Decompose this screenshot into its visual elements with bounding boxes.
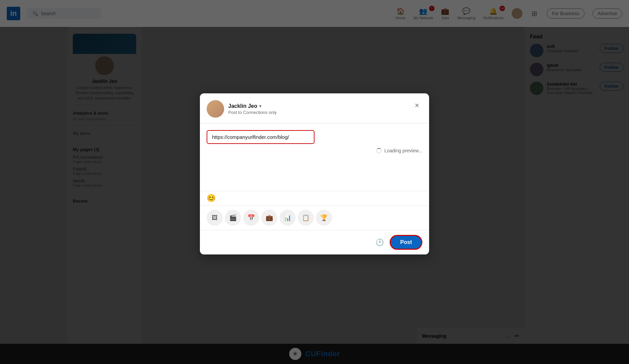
celebrate-icon: 🏆 bbox=[320, 214, 328, 221]
loading-text: Loading preview... bbox=[384, 148, 422, 153]
schedule-button[interactable]: 🕐 bbox=[373, 236, 386, 248]
article-icon: 💼 bbox=[266, 214, 273, 221]
photo-icon: 🖼 bbox=[212, 214, 218, 221]
event-icon: 📅 bbox=[247, 214, 255, 221]
modal-footer: 🕐 Post bbox=[200, 230, 429, 254]
modal-avatar-image bbox=[207, 100, 224, 118]
modal-audience-selector[interactable]: Post to Connections only bbox=[228, 110, 277, 115]
modal-close-button[interactable]: × bbox=[412, 100, 422, 111]
emoji-bar: 😊 bbox=[200, 191, 429, 205]
emoji-button[interactable]: 😊 bbox=[207, 194, 216, 203]
modal-username: Jacklin Jeo ▾ bbox=[228, 103, 277, 109]
post-button[interactable]: Post bbox=[390, 235, 422, 250]
event-toolbar-button[interactable]: 📅 bbox=[243, 210, 259, 226]
modal-user-avatar bbox=[207, 100, 224, 118]
loading-spinner bbox=[376, 148, 382, 153]
poll-icon: 📊 bbox=[284, 214, 291, 221]
url-input[interactable] bbox=[207, 130, 314, 144]
photo-toolbar-button[interactable]: 🖼 bbox=[207, 210, 223, 226]
video-icon: 🎬 bbox=[229, 214, 237, 221]
loading-preview: Loading preview... bbox=[207, 148, 422, 153]
modal-body: Loading preview... bbox=[200, 123, 429, 191]
celebrate-toolbar-button[interactable]: 🏆 bbox=[316, 210, 332, 226]
dropdown-arrow-icon[interactable]: ▾ bbox=[259, 104, 261, 109]
document-toolbar-button[interactable]: 📋 bbox=[298, 210, 314, 226]
document-icon: 📋 bbox=[302, 214, 309, 221]
video-toolbar-button[interactable]: 🎬 bbox=[225, 210, 241, 226]
modal-header: Jacklin Jeo ▾ Post to Connections only × bbox=[200, 93, 429, 123]
modal-toolbar: 🖼 🎬 📅 💼 📊 📋 🏆 bbox=[200, 205, 429, 230]
article-toolbar-button[interactable]: 💼 bbox=[261, 210, 277, 226]
poll-toolbar-button[interactable]: 📊 bbox=[279, 210, 296, 226]
create-post-modal: Jacklin Jeo ▾ Post to Connections only ×… bbox=[200, 93, 429, 254]
modal-user-info: Jacklin Jeo ▾ Post to Connections only bbox=[228, 103, 277, 115]
